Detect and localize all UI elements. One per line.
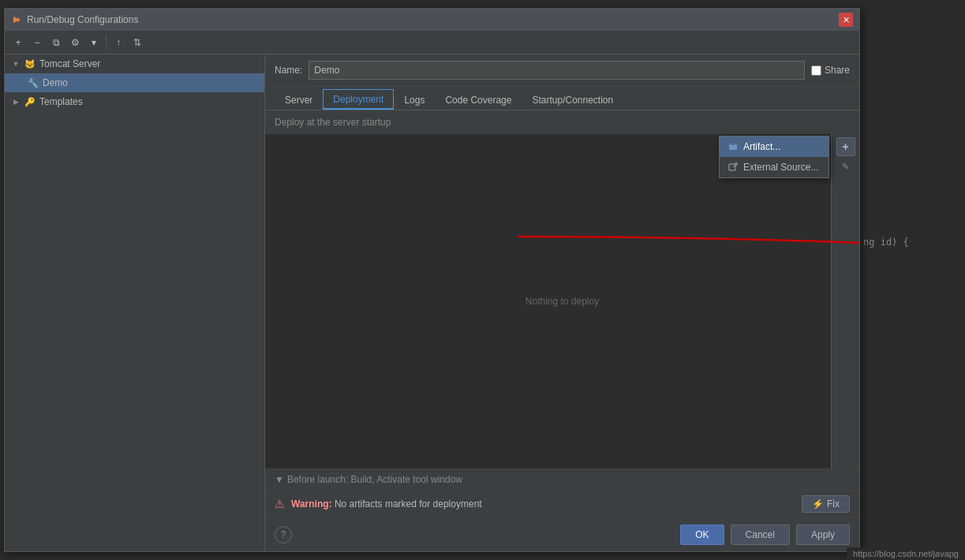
share-checkbox-area: Share [811, 65, 850, 76]
toolbar-separator [106, 35, 107, 50]
artifact-icon [727, 141, 739, 152]
right-panel: Name: Share Server Deployment Logs [265, 54, 859, 551]
name-input[interactable] [309, 61, 805, 80]
main-content: ▼ 🐱 Tomcat Server 🔧 Demo ▶ 🔑 Templates N… [5, 54, 859, 551]
fix-button[interactable]: ⚡ Fix [802, 495, 850, 513]
demo-label: Demo [43, 77, 68, 88]
demo-icon: 🔧 [27, 77, 39, 89]
left-panel: ▼ 🐱 Tomcat Server 🔧 Demo ▶ 🔑 Templates [5, 54, 265, 551]
dropdown-artifact-item[interactable]: Artifact... [720, 136, 828, 157]
templates-label: Templates [39, 96, 83, 107]
add-dropdown-popup: Artifact... Externa [719, 136, 829, 178]
name-row: Name: Share [265, 54, 859, 87]
external-source-label: External Source... [743, 162, 818, 173]
close-button[interactable]: ✕ [839, 13, 853, 27]
warning-bold: Warning: [291, 498, 332, 510]
svg-rect-2 [729, 144, 737, 150]
dialog-icon [11, 14, 22, 25]
code-background: ng id) { [858, 0, 965, 560]
external-source-icon [727, 162, 739, 173]
cancel-button[interactable]: Cancel [731, 525, 790, 545]
templates-icon: 🔑 [24, 95, 36, 108]
title-bar: Run/Debug Configurations ✕ [5, 9, 859, 31]
title-text: Run/Debug Configurations [27, 14, 834, 25]
fix-label: Fix [827, 498, 840, 510]
copy-config-button[interactable]: ⧉ [47, 34, 65, 51]
tabs-bar: Server Deployment Logs Code Coverage Sta… [265, 87, 859, 110]
bottom-bar: ? OK Cancel Apply [265, 517, 859, 551]
deploy-header: Deploy at the server startup [265, 110, 859, 134]
bottom-buttons: OK Cancel Apply [680, 525, 850, 545]
tree-arrow-tomcat: ▼ [11, 59, 21, 69]
dropdown-external-source-item[interactable]: External Source... [720, 157, 828, 177]
deploy-list-area: Nothing to deploy + ✎ [265, 134, 859, 469]
add-deploy-button[interactable]: + [836, 137, 855, 156]
red-arrow-annotation [423, 229, 859, 292]
tree-item-demo[interactable]: 🔧 Demo [5, 73, 264, 92]
tree-item-templates[interactable]: ▶ 🔑 Templates [5, 92, 264, 111]
tree-item-tomcat-server[interactable]: ▼ 🐱 Tomcat Server [5, 54, 264, 73]
deploy-empty-text: Nothing to deploy [526, 296, 599, 307]
tab-code-coverage[interactable]: Code Coverage [435, 89, 522, 110]
svg-rect-3 [731, 143, 735, 145]
fix-icon: ⚡ [812, 498, 824, 510]
name-label: Name: [275, 65, 302, 76]
remove-config-button[interactable]: − [28, 34, 46, 51]
tomcat-server-icon: 🐱 [24, 58, 36, 70]
share-checkbox[interactable] [811, 65, 821, 76]
ok-button[interactable]: OK [680, 525, 724, 545]
before-launch-arrow: ▼ [275, 474, 284, 485]
arrow-down-config-button[interactable]: ▾ [85, 34, 103, 51]
content-area: Deploy at the server startup Nothing to … [265, 110, 859, 551]
move-up-config-button[interactable]: ↑ [110, 34, 127, 51]
tab-server[interactable]: Server [275, 89, 323, 110]
share-label: Share [825, 65, 850, 76]
before-launch-label: Before launch: Build, Activate tool wind… [287, 474, 462, 485]
edit-deploy-button[interactable]: ✎ [836, 158, 855, 175]
tree-arrow-templates: ▶ [11, 97, 21, 106]
add-config-button[interactable]: + [9, 34, 27, 51]
tomcat-server-label: Tomcat Server [39, 58, 100, 69]
sort-config-button[interactable]: ⇅ [129, 34, 146, 51]
svg-marker-1 [17, 17, 21, 23]
warning-detail: No artifacts marked for deployment [335, 498, 482, 510]
warning-text: Warning: No artifacts marked for deploym… [291, 498, 795, 510]
warning-bar: ⚠ Warning: No artifacts marked for deplo… [265, 490, 859, 517]
toolbar: + − ⧉ ⚙ ▾ ↑ ⇅ [5, 31, 859, 54]
before-launch-header: ▼ Before launch: Build, Activate tool wi… [275, 474, 850, 485]
before-launch-section: ▼ Before launch: Build, Activate tool wi… [265, 469, 859, 490]
url-bar: https://blog.csdn.net/javapg [847, 547, 965, 560]
artifact-label: Artifact... [743, 141, 780, 152]
tab-logs[interactable]: Logs [394, 89, 435, 110]
deploy-sidebar: + ✎ Artifact... [831, 134, 859, 469]
settings-config-button[interactable]: ⚙ [66, 34, 84, 51]
help-button[interactable]: ? [275, 526, 292, 543]
tab-startup-connection[interactable]: Startup/Connection [522, 89, 623, 110]
apply-button[interactable]: Apply [796, 525, 850, 545]
warning-icon: ⚠ [275, 498, 285, 510]
run-debug-dialog: Run/Debug Configurations ✕ + − ⧉ ⚙ ▾ ↑ ⇅… [4, 8, 860, 552]
tab-deployment[interactable]: Deployment [323, 89, 394, 110]
